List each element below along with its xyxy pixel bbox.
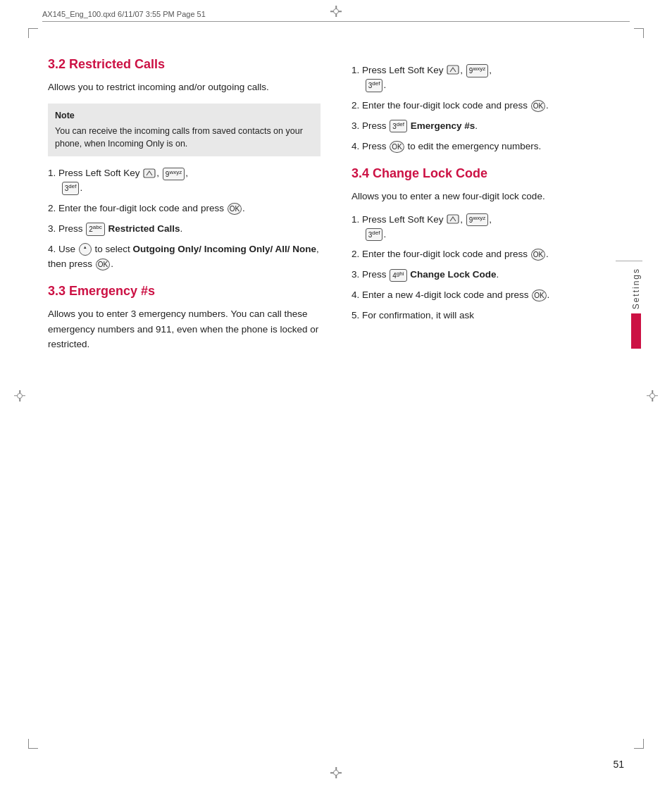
key-2abc: 2abc [86,223,104,235]
softkey-icon-34-1 [447,214,459,224]
section-32-intro: Allows you to restrict incoming and/or o… [48,80,321,95]
note-title: Note [55,109,313,123]
section-32-heading: 3.2 Restricted Calls [48,56,321,73]
step-33-1-text: 1. Press Left Soft Key [351,65,446,75]
step-34-4: 4. Enter a new 4-digit lock code and pre… [351,288,624,303]
left-column: 3.2 Restricted Calls Allows you to restr… [48,56,328,735]
softkey-icon-33-1 [447,65,459,75]
corner-mark-br [634,739,644,749]
step-32-3: 3. Press 2abc Restricted Calls. [48,222,321,237]
step-34-2: 2. Enter the four-digit lock code and pr… [351,247,624,262]
right-column: 1. Press Left Soft Key , 9wxyz, 3def. 2.… [344,56,624,735]
section-34-heading: 3.4 Change Lock Code [351,166,624,182]
corner-mark-bl [28,739,38,749]
corner-mark-tl [28,28,38,38]
step-34-3: 3. Press 4ghi Change Lock Code. [351,268,624,282]
key-3def-32-1: 3def [62,182,80,194]
key-3def-33-3: 3def [390,120,407,132]
page-number: 51 [613,759,624,770]
step-34-3-bold: Change Lock Code [410,269,496,280]
content-area: 3.2 Restricted Calls Allows you to restr… [48,56,624,735]
header-text: AX145_Eng_100.qxd 6/11/07 3:55 PM Page 5… [42,10,206,18]
ok-icon-33-2: OK [531,100,545,112]
step-34-1-text: 1. Press Left Soft Key [351,214,446,225]
ok-icon-34-4: OK [532,289,546,301]
step-33-2: 2. Enter the four-digit lock code and pr… [351,99,624,113]
ok-icon-34-2: OK [531,249,545,261]
right-crosshair [647,390,658,401]
settings-sidebar: Settings [631,268,641,349]
step-33-3: 3. Press 3def Emergency #s. [351,119,624,134]
bottom-crosshair [330,767,342,778]
step-34-5: 5. For confirmation, it will ask [351,309,624,323]
step-33-1: 1. Press Left Soft Key , 9wxyz, 3def. [351,63,624,93]
step-32-4: 4. Use to select Outgoing Only/ Incoming… [48,242,321,272]
section-34-steps: 1. Press Left Soft Key , 9wxyz, 3def. 2.… [351,213,624,324]
left-crosshair [14,390,25,401]
step-33-4: 4. Press OK to edit the emergency number… [351,139,624,154]
note-body: You can receive the incoming calls from … [55,125,313,151]
page-container: AX145_Eng_100.qxd 6/11/07 3:55 PM Page 5… [0,0,672,791]
note-box: Note You can receive the incoming calls … [48,104,321,156]
step-32-1: 1. Press Left Soft Key , 9wxyz, 3def. [48,166,321,196]
key-9wxyz-34: 9wxyz [466,213,488,226]
sidebar-divider [616,261,642,261]
ok-icon-32-2: OK [228,203,242,215]
settings-label: Settings [631,268,641,309]
nav-icon-32-4 [79,243,92,256]
step-32-3-bold: Restricted Calls [108,223,180,234]
svg-rect-2 [447,215,459,223]
section-34-intro: Allows you to enter a new four-digit loc… [351,189,624,204]
corner-mark-tr [634,28,644,38]
key-9wxyz-33: 9wxyz [466,64,488,77]
step-32-1-num: 1. Press Left Soft Key [48,168,142,178]
section-33-heading: 3.3 Emergency #s [48,283,321,299]
softkey-icon-1 [143,168,156,178]
step-33-3-bold: Emergency #s [411,120,475,131]
section-32-steps: 1. Press Left Soft Key , 9wxyz, 3def. 2.… [48,166,321,272]
step-34-1: 1. Press Left Soft Key , 9wxyz, 3def. [351,213,624,242]
svg-rect-1 [447,66,459,74]
key-3def-34-1: 3def [366,228,383,241]
svg-rect-0 [144,169,155,177]
key-4ghi: 4ghi [390,269,406,282]
ok-icon-33-4: OK [390,141,404,153]
step-32-4-bold: Outgoing Only/ Incoming Only/ All/ None [133,244,317,254]
settings-bar [631,313,641,349]
top-crosshair [330,6,342,17]
key-3def-33-1: 3def [366,79,383,92]
section-33-steps: 1. Press Left Soft Key , 9wxyz, 3def. 2.… [351,63,624,154]
section-33-intro: Allows you to enter 3 emergency numbers.… [48,306,321,352]
step-32-2: 2. Enter the four-digit lock code and pr… [48,201,321,216]
ok-icon-32-4: OK [96,259,110,270]
key-9wxyz: 9wxyz [163,168,185,180]
